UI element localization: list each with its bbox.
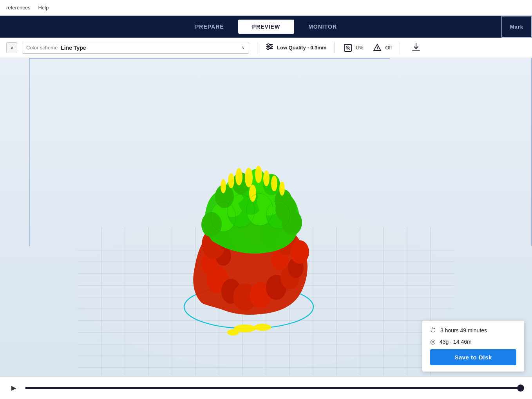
svg-point-79: [271, 176, 277, 191]
tab-prepare[interactable]: PREPARE: [181, 20, 238, 34]
svg-point-9: [377, 49, 378, 50]
mark-button[interactable]: Mark: [501, 16, 532, 38]
toolbar-divider-2: [334, 42, 335, 54]
3d-model: [163, 115, 335, 342]
playback-bar: ▶: [0, 376, 532, 399]
svg-point-74: [245, 168, 253, 187]
chevron-down-icon: ∨: [10, 45, 14, 51]
svg-point-5: [267, 48, 269, 50]
svg-point-84: [254, 324, 271, 331]
play-button[interactable]: ▶: [8, 382, 20, 394]
svg-point-82: [249, 185, 256, 202]
layer-slider-thumb[interactable]: [517, 384, 524, 392]
svg-point-75: [255, 166, 262, 183]
tab-monitor[interactable]: MONITOR: [294, 20, 351, 34]
tab-preview[interactable]: PREVIEW: [238, 20, 295, 34]
menu-bar: references Help: [0, 0, 532, 16]
color-scheme-value: Line Type: [61, 45, 86, 51]
time-row: ⏱ 3 hours 49 minutes: [430, 327, 516, 334]
svg-point-3: [268, 44, 270, 46]
layer-slider-track[interactable]: [25, 387, 524, 389]
material-icon: ◎: [430, 338, 436, 345]
support-group[interactable]: Off: [372, 42, 392, 53]
time-icon: ⏱: [430, 327, 436, 334]
quality-label: Low Quality - 0.3mm: [277, 45, 326, 51]
svg-point-4: [270, 46, 272, 48]
svg-point-55: [290, 240, 309, 264]
toolbar-divider-3: [400, 42, 400, 54]
svg-point-78: [228, 173, 234, 188]
infill-value: 0%: [356, 45, 363, 51]
svg-point-77: [263, 170, 270, 186]
color-scheme-label: Color scheme: [26, 45, 58, 51]
svg-point-76: [235, 168, 242, 185]
save-to-disk-icon[interactable]: [411, 42, 421, 54]
save-to-disk-button[interactable]: Save to Disk: [430, 349, 516, 365]
svg-point-80: [221, 179, 226, 193]
material-label: 43g · 14.46m: [440, 339, 472, 345]
play-icon: ▶: [11, 384, 16, 392]
support-value: Off: [385, 45, 392, 51]
svg-point-61: [201, 212, 222, 237]
info-panel: ⏱ 3 hours 49 minutes ◎ 43g · 14.46m Save…: [422, 321, 524, 372]
infill-icon: [342, 42, 353, 53]
back-wall-left: [29, 58, 30, 246]
dropdown-chevron-icon: ∨: [242, 45, 245, 50]
infill-group[interactable]: 0%: [342, 42, 363, 53]
menu-references[interactable]: references: [6, 5, 30, 11]
menu-help[interactable]: Help: [38, 5, 49, 11]
svg-point-81: [279, 181, 285, 196]
nav-bar: PREPARE PREVIEW MONITOR Mark: [0, 16, 532, 38]
toolbar: ∨ Color scheme Line Type ∨ Low Quality -…: [0, 38, 532, 58]
back-wall-top: [29, 58, 390, 59]
sliders-icon: [265, 42, 274, 53]
color-scheme-dropdown[interactable]: Color scheme Line Type ∨: [22, 42, 249, 54]
material-row: ◎ 43g · 14.46m: [430, 338, 516, 345]
time-label: 3 hours 49 minutes: [440, 327, 487, 334]
support-icon: [372, 42, 383, 53]
svg-point-85: [227, 329, 239, 336]
toolbar-divider-1: [257, 42, 257, 54]
sidebar-toggle[interactable]: ∨: [6, 42, 17, 53]
quality-section[interactable]: Low Quality - 0.3mm: [265, 42, 326, 53]
viewport[interactable]: ⏱ 3 hours 49 minutes ◎ 43g · 14.46m Save…: [0, 58, 532, 399]
